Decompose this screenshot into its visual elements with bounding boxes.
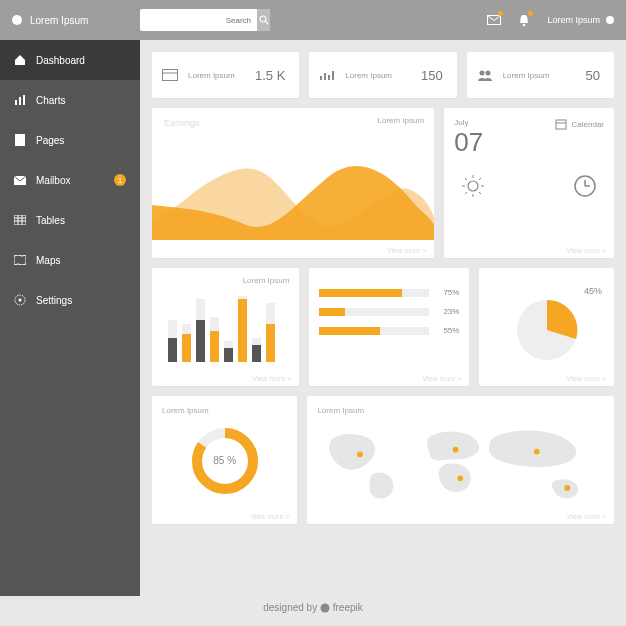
svg-rect-16 [163,70,178,81]
brand: Lorem Ipsum [12,15,140,26]
svg-rect-4 [15,100,17,105]
stat-card-3[interactable]: Lorem Ipsum 50 [467,52,614,98]
search-box[interactable] [140,9,270,31]
mail-button[interactable] [487,13,501,27]
svg-rect-18 [320,76,322,80]
stats-row: Lorem Ipsum 1.5 K Lorem Ipsum 150 Lorem … [152,52,614,98]
envelope-icon [14,174,26,186]
map-card[interactable]: Lorem Ipsum View more > [307,396,614,524]
user-name: Lorem Ipsum [547,15,600,25]
progress-value: 23% [437,307,459,316]
view-more-link[interactable]: View more > [252,375,291,382]
stat-card-2[interactable]: Lorem Ipsum 150 [309,52,456,98]
date-day: 07 [454,129,483,155]
earnings-subtitle: Lorem Ipsum [378,116,425,125]
sidebar-label: Tables [36,215,65,226]
svg-point-0 [260,16,266,22]
sidebar-label: Dashboard [36,55,85,66]
bars-icon [319,67,335,83]
gear-icon [14,294,26,306]
svg-line-34 [479,178,481,180]
progress-track [319,308,429,316]
svg-point-46 [320,604,329,613]
topbar-right: Lorem Ipsum [487,13,614,27]
sidebar-item-tables[interactable]: Tables [0,200,140,240]
card-icon [162,67,178,83]
svg-rect-5 [19,97,21,105]
svg-point-41 [358,452,364,458]
mailbox-badge: 1 [114,174,126,186]
main-content: Lorem Ipsum 1.5 K Lorem Ipsum 150 Lorem … [140,40,626,596]
brand-logo-icon [12,15,22,25]
sidebar-item-mailbox[interactable]: Mailbox 1 [0,160,140,200]
sidebar-item-pages[interactable]: Pages [0,120,140,160]
users-icon [477,67,493,83]
bar [252,338,261,363]
progress-card[interactable]: 75%23%55% View more > [309,268,469,386]
pie-label: 45% [584,286,602,296]
svg-point-3 [523,23,526,26]
svg-rect-21 [332,71,334,80]
svg-rect-20 [328,75,330,80]
pie-card[interactable]: 45% View more > [479,268,614,386]
svg-line-33 [465,192,467,194]
bar [238,296,247,363]
svg-point-43 [458,475,464,481]
search-button[interactable] [257,9,270,31]
svg-point-22 [479,71,484,76]
progress-row: 75% [319,288,459,297]
donut-label: 85 % [162,455,287,466]
view-more-link[interactable]: View more > [567,513,606,520]
earnings-card[interactable]: Earnings Lorem Ipsum View more > [152,108,434,258]
svg-point-45 [565,485,571,491]
clock-icon [572,173,598,199]
bell-badge-icon [528,11,533,16]
page-icon [14,134,26,146]
svg-rect-19 [324,73,326,80]
bell-button[interactable] [517,13,531,27]
freepik-icon [320,603,330,613]
sidebar-label: Settings [36,295,72,306]
stat-card-1[interactable]: Lorem Ipsum 1.5 K [152,52,299,98]
stat-label: Lorem Ipsum [503,71,550,80]
stat-value: 50 [586,68,600,83]
bar-chart [162,292,289,362]
footer-text: designed by [263,602,320,613]
view-more-link[interactable]: View more > [567,247,606,254]
user-menu[interactable]: Lorem Ipsum [547,15,614,25]
bars-card[interactable]: Lorem Ipsum View more > [152,268,299,386]
view-more-link[interactable]: View more > [250,513,289,520]
svg-point-42 [453,447,459,453]
weather-icon [460,173,486,199]
chart-icon [14,94,26,106]
progress-track [319,327,429,335]
sidebar: Dashboard Charts Pages Mailbox 1 Tables … [0,40,140,596]
avatar-icon [606,16,614,24]
svg-rect-24 [556,120,566,129]
search-input[interactable] [140,16,257,25]
footer-author: freepik [333,602,363,613]
svg-point-26 [468,181,478,191]
donut-card[interactable]: Lorem Ipsum 85 % View more > [152,396,297,524]
sidebar-item-settings[interactable]: Settings [0,280,140,320]
view-more-link[interactable]: View more > [567,375,606,382]
svg-point-44 [534,449,540,455]
sidebar-item-dashboard[interactable]: Dashboard [0,40,140,80]
bar [196,299,205,362]
date-card[interactable]: July 07 Calendar View more > [444,108,614,258]
sidebar-label: Charts [36,95,65,106]
mail-badge-icon [498,11,503,16]
sidebar-item-charts[interactable]: Charts [0,80,140,120]
stat-value: 1.5 K [255,68,285,83]
calendar-label: Calendar [572,120,604,129]
bar [168,320,177,362]
progress-row: 55% [319,326,459,335]
svg-point-23 [485,71,490,76]
brand-name: Lorem Ipsum [30,15,88,26]
view-more-link[interactable]: View more > [422,375,461,382]
table-icon [14,214,26,226]
progress-value: 55% [437,326,459,335]
sidebar-item-maps[interactable]: Maps [0,240,140,280]
stat-value: 150 [421,68,443,83]
view-more-link[interactable]: View more > [387,247,426,254]
